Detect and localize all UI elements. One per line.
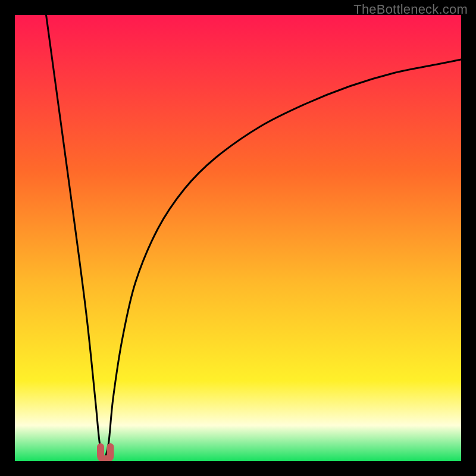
chart-frame: TheBottleneck.com <box>0 0 476 476</box>
plot-area <box>15 15 461 461</box>
watermark-text: TheBottleneck.com <box>353 2 468 17</box>
chart-svg <box>15 15 461 461</box>
gradient-background <box>15 15 461 461</box>
